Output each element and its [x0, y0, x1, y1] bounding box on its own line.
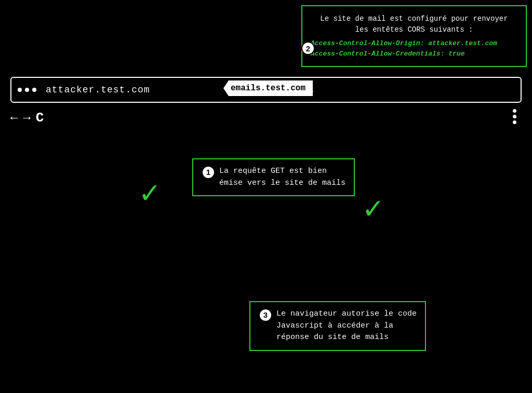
browser-dots: [18, 88, 36, 92]
info-box-3: 3 Le navigateur autorise le codeJavascri…: [249, 301, 426, 351]
cors-title-text: Le site de mail est configuré pour renvo…: [320, 15, 508, 34]
info-box-3-text: Le navigateur autorise le codeJavascript…: [276, 308, 417, 344]
bubble-1: 1: [202, 166, 215, 179]
bubble-2: 2: [301, 42, 315, 55]
browser-url[interactable]: attacker.test.com: [46, 85, 150, 95]
nav-row: ← → C: [10, 110, 44, 126]
info-box-1-text: La requête GET est bienémise vers le sit…: [219, 166, 345, 189]
cors-info-box: Le site de mail est configuré pour renvo…: [301, 5, 527, 67]
cors-header-2: Access-Control-Allow-Credentials: true: [311, 49, 517, 59]
checkmark-right: ✓: [364, 195, 382, 226]
info-box-1: 1 La requête GET est bienémise vers le s…: [192, 158, 355, 196]
cors-header-1: Access-Control-Allow-Origin: attacker.te…: [311, 38, 517, 49]
cors-title: Le site de mail est configuré pour renvo…: [311, 13, 517, 35]
menu-dot-1: [513, 109, 516, 113]
dot-1: [18, 88, 22, 92]
refresh-button[interactable]: C: [36, 110, 44, 126]
three-dots-menu[interactable]: [513, 109, 516, 124]
bubble-2-label: 2: [306, 44, 310, 53]
bubble-3: 3: [259, 308, 272, 322]
arrow-left-icon: ←: [307, 85, 313, 98]
email-site-tag: emails.test.com: [223, 80, 313, 96]
forward-button[interactable]: →: [23, 111, 30, 125]
menu-dot-3: [513, 120, 516, 124]
dot-3: [32, 88, 36, 92]
checkmark-left: ✓: [140, 179, 159, 210]
dot-2: [25, 88, 29, 92]
back-button[interactable]: ←: [10, 111, 18, 125]
menu-dot-2: [513, 115, 516, 118]
email-site-label: emails.test.com: [231, 84, 305, 93]
